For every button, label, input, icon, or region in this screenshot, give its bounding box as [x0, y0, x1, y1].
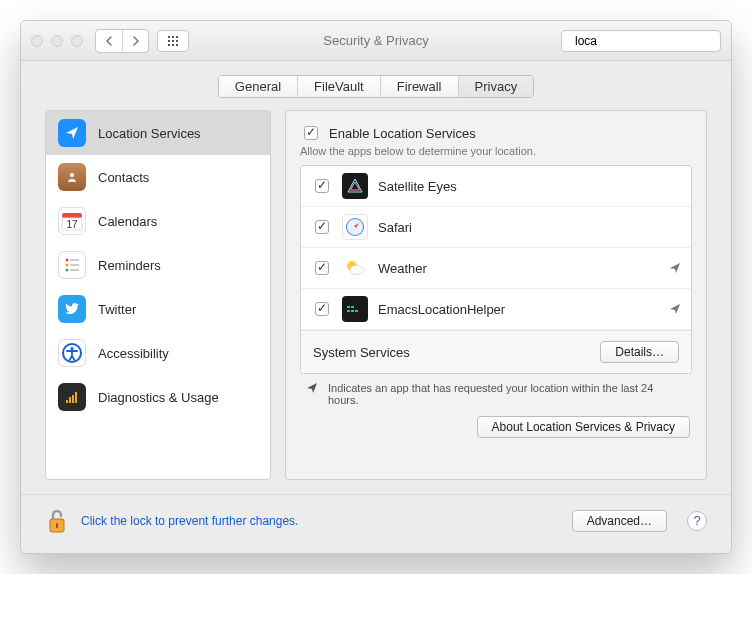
sidebar-item-label: Twitter	[98, 302, 136, 317]
zoom-window-dot[interactable]	[71, 35, 83, 47]
sidebar-item-calendars[interactable]: 17 Calendars	[46, 199, 270, 243]
enable-location-services-hint: Allow the apps below to determine your l…	[300, 145, 692, 157]
tab-filevault[interactable]: FileVault	[297, 76, 380, 97]
svg-text:17: 17	[66, 219, 78, 230]
tabs-row: General FileVault Firewall Privacy	[21, 61, 731, 104]
svg-point-25	[350, 266, 364, 275]
svg-point-13	[70, 347, 73, 350]
sidebar-item-location-services[interactable]: Location Services	[46, 111, 270, 155]
prefs-footer: Click the lock to prevent further change…	[21, 494, 731, 553]
app-checkbox[interactable]	[315, 220, 329, 234]
svg-point-2	[70, 173, 74, 177]
advanced-button[interactable]: Advanced…	[572, 510, 667, 532]
app-row: Weather	[301, 248, 691, 289]
app-checkbox[interactable]	[315, 302, 329, 316]
reminders-icon	[58, 251, 86, 279]
app-checkbox[interactable]	[315, 179, 329, 193]
svg-marker-19	[351, 182, 360, 190]
system-services-details-button[interactable]: Details…	[600, 341, 679, 363]
svg-rect-3	[62, 213, 82, 218]
satellite-eyes-icon	[342, 173, 368, 199]
accessibility-icon	[58, 339, 86, 367]
svg-rect-26	[347, 306, 350, 308]
recent-location-arrow-icon	[669, 262, 681, 274]
tab-firewall[interactable]: Firewall	[380, 76, 458, 97]
sidebar-item-contacts[interactable]: Contacts	[46, 155, 270, 199]
safari-icon	[342, 214, 368, 240]
close-window-dot[interactable]	[31, 35, 43, 47]
twitter-icon	[58, 295, 86, 323]
show-all-prefs-button[interactable]	[157, 30, 189, 52]
help-button[interactable]: ?	[687, 511, 707, 531]
pane-tabs: General FileVault Firewall Privacy	[218, 75, 534, 98]
svg-rect-14	[66, 400, 68, 403]
privacy-content: Location Services Contacts 17 Calendars	[21, 104, 731, 494]
window-traffic-lights[interactable]	[31, 35, 83, 47]
recent-location-note: Indicates an app that has requested your…	[300, 374, 692, 416]
system-services-row: System Services Details…	[301, 330, 691, 373]
sidebar-item-label: Contacts	[98, 170, 149, 185]
svg-rect-30	[355, 310, 358, 312]
svg-rect-15	[69, 397, 71, 403]
sidebar-item-reminders[interactable]: Reminders	[46, 243, 270, 287]
app-name: Satellite Eyes	[378, 179, 457, 194]
nav-back-button[interactable]	[96, 30, 122, 52]
about-location-services-button[interactable]: About Location Services & Privacy	[477, 416, 690, 438]
nav-back-forward	[95, 29, 149, 53]
app-name: Safari	[378, 220, 412, 235]
chevron-left-icon	[105, 36, 113, 46]
emacs-location-helper-icon	[342, 296, 368, 322]
enable-location-services-checkbox[interactable]	[304, 126, 318, 140]
location-icon	[58, 119, 86, 147]
sidebar-item-twitter[interactable]: Twitter	[46, 287, 270, 331]
svg-rect-28	[347, 310, 350, 312]
sidebar-item-accessibility[interactable]: Accessibility	[46, 331, 270, 375]
app-row: Safari	[301, 207, 691, 248]
sidebar-item-label: Accessibility	[98, 346, 169, 361]
chevron-right-icon	[132, 36, 140, 46]
search-field[interactable]: ✕	[561, 30, 721, 52]
sidebar-item-diagnostics[interactable]: Diagnostics & Usage	[46, 375, 270, 419]
lock-hint-text[interactable]: Click the lock to prevent further change…	[81, 514, 298, 528]
calendar-icon: 17	[58, 207, 86, 235]
contacts-icon	[58, 163, 86, 191]
preferences-window: Security & Privacy ✕ General FileVault F…	[20, 20, 732, 554]
grid-icon	[167, 35, 179, 47]
nav-forward-button[interactable]	[122, 30, 148, 52]
privacy-category-sidebar: Location Services Contacts 17 Calendars	[45, 110, 271, 480]
recent-location-note-text: Indicates an app that has requested your…	[328, 382, 686, 406]
recent-location-arrow-icon	[669, 303, 681, 315]
titlebar: Security & Privacy ✕	[21, 21, 731, 61]
location-apps-list: Satellite Eyes Safari Weather	[300, 165, 692, 374]
lock-icon[interactable]	[45, 507, 69, 535]
tab-general[interactable]: General	[219, 76, 297, 97]
app-row: Satellite Eyes	[301, 166, 691, 207]
tab-privacy[interactable]: Privacy	[458, 76, 534, 97]
enable-location-services-label: Enable Location Services	[329, 126, 476, 141]
svg-rect-32	[56, 523, 58, 528]
weather-icon	[342, 255, 368, 281]
app-name: Weather	[378, 261, 427, 276]
recent-location-arrow-icon	[306, 382, 318, 394]
svg-point-6	[66, 259, 69, 262]
sidebar-item-label: Location Services	[98, 126, 201, 141]
system-services-label: System Services	[313, 345, 410, 360]
svg-point-10	[66, 269, 69, 272]
svg-rect-17	[75, 392, 77, 403]
diagnostics-icon	[58, 383, 86, 411]
app-name: EmacsLocationHelper	[378, 302, 505, 317]
search-input[interactable]	[573, 33, 727, 49]
sidebar-item-label: Diagnostics & Usage	[98, 390, 219, 405]
svg-rect-29	[351, 310, 354, 312]
sidebar-item-label: Calendars	[98, 214, 157, 229]
app-checkbox[interactable]	[315, 261, 329, 275]
enable-location-services-row[interactable]: Enable Location Services	[300, 123, 692, 143]
svg-rect-16	[72, 395, 74, 403]
sidebar-item-label: Reminders	[98, 258, 161, 273]
svg-point-8	[66, 264, 69, 267]
minimize-window-dot[interactable]	[51, 35, 63, 47]
svg-rect-27	[351, 306, 354, 308]
location-services-pane: Enable Location Services Allow the apps …	[285, 110, 707, 480]
app-row: EmacsLocationHelper	[301, 289, 691, 330]
